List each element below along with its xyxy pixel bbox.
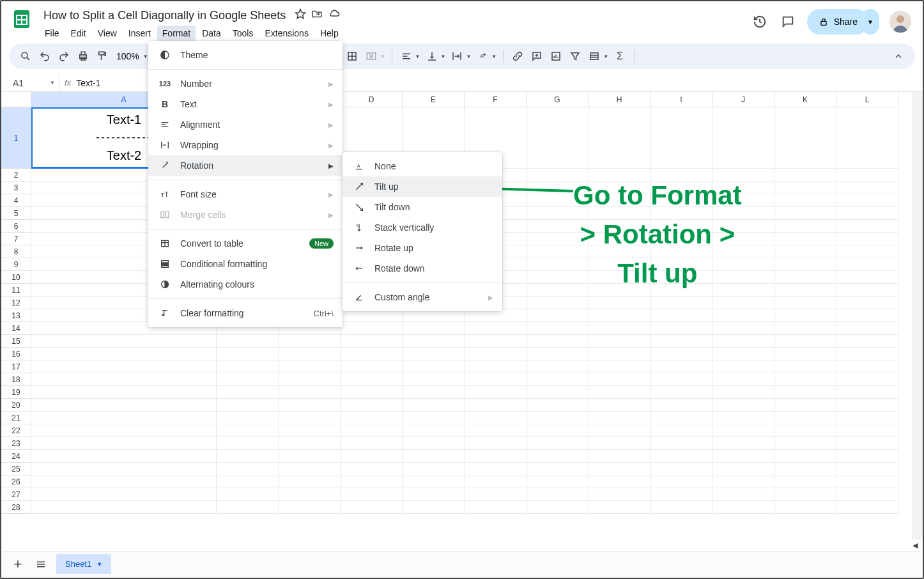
collapse-toolbar-icon[interactable] <box>891 47 906 65</box>
row-header[interactable]: 19 <box>1 386 31 399</box>
share-button[interactable]: Share <box>807 9 869 35</box>
borders-icon[interactable] <box>344 47 360 65</box>
menu-convert-table[interactable]: Convert to tableNew <box>148 233 343 254</box>
comment-icon[interactable] <box>529 47 544 65</box>
menu-clear-formatting[interactable]: Clear formattingCtrl+\ <box>148 303 343 323</box>
row-header[interactable]: 18 <box>1 373 31 386</box>
move-icon[interactable] <box>311 8 323 22</box>
row-header[interactable]: 25 <box>1 463 31 475</box>
column-header[interactable]: F <box>465 92 527 107</box>
print-icon[interactable] <box>75 47 91 65</box>
rotation-none[interactable]: ANone <box>343 156 502 176</box>
menu-text[interactable]: BText▶ <box>148 94 343 114</box>
rotation-custom[interactable]: Custom angle▶ <box>343 287 502 307</box>
row-header[interactable]: 15 <box>1 335 31 348</box>
select-all-corner[interactable] <box>1 92 31 107</box>
row-header[interactable]: 9 <box>1 258 31 271</box>
functions-icon[interactable]: Σ <box>612 47 628 65</box>
menu-insert[interactable]: Insert <box>123 26 156 41</box>
account-avatar[interactable] <box>889 11 911 33</box>
sheet-tab[interactable]: Sheet1▼ <box>56 554 111 574</box>
formula-input[interactable]: Text-1 <box>76 78 100 88</box>
add-sheet-icon[interactable]: + <box>10 555 26 573</box>
row-header[interactable]: 24 <box>1 450 31 463</box>
column-header[interactable]: H <box>589 92 651 107</box>
row-header[interactable]: 14 <box>1 322 31 335</box>
share-dropdown-icon[interactable]: ▼ <box>861 9 879 35</box>
column-header[interactable]: I <box>651 92 712 107</box>
document-title[interactable]: How to Split a Cell Diagonally in Google… <box>40 8 289 24</box>
column-header[interactable]: G <box>527 92 589 107</box>
zoom-level[interactable]: 100% <box>114 51 142 61</box>
menu-number[interactable]: 123Number▶ <box>148 73 343 94</box>
rotation-stack[interactable]: AStack vertically <box>343 217 502 238</box>
name-box[interactable]: A1▼ <box>9 77 59 89</box>
link-icon[interactable] <box>510 47 525 65</box>
row-header[interactable]: 11 <box>1 284 31 297</box>
menu-theme[interactable]: Theme <box>148 45 343 65</box>
row-header[interactable]: 20 <box>1 399 31 412</box>
column-header[interactable]: J <box>712 92 774 107</box>
row-header[interactable]: 16 <box>1 348 31 360</box>
rotation-rotate-up[interactable]: Rotate up <box>343 238 502 258</box>
menu-rotation[interactable]: Rotation▶ <box>148 155 343 176</box>
undo-icon[interactable] <box>37 47 52 65</box>
menu-conditional-format[interactable]: Conditional formatting <box>148 254 343 274</box>
column-header[interactable]: E <box>403 92 465 107</box>
rotation-tilt-down[interactable]: Tilt down <box>343 197 502 217</box>
row-header[interactable]: 28 <box>1 501 31 514</box>
menu-help[interactable]: Help <box>315 26 344 41</box>
menu-tools[interactable]: Tools <box>227 26 259 41</box>
vertical-align-icon[interactable] <box>424 47 440 65</box>
row-headers[interactable]: 1234567891011121314151617181920212223242… <box>1 107 31 539</box>
menu-alt-colours[interactable]: Alternating colours <box>148 274 343 295</box>
comments-icon[interactable] <box>779 13 797 31</box>
scroll-left-icon[interactable]: ◀ <box>912 541 918 550</box>
row-header[interactable]: 13 <box>1 309 31 322</box>
column-header[interactable]: L <box>836 92 898 107</box>
filter-icon[interactable] <box>567 47 583 65</box>
row-header[interactable]: 26 <box>1 475 31 488</box>
row-header[interactable]: 6 <box>1 220 31 233</box>
search-icon[interactable] <box>18 47 33 65</box>
row-header[interactable]: 4 <box>1 194 31 207</box>
menu-edit[interactable]: Edit <box>66 26 91 41</box>
menu-format[interactable]: Format <box>157 26 196 41</box>
menu-alignment[interactable]: Alignment▶ <box>148 114 343 135</box>
redo-icon[interactable] <box>56 47 72 65</box>
row-header[interactable]: 7 <box>1 233 31 245</box>
vertical-scrollbar[interactable] <box>912 92 923 539</box>
table-view-icon[interactable] <box>587 47 602 65</box>
paint-format-icon[interactable] <box>95 47 110 65</box>
row-header[interactable]: 17 <box>1 360 31 373</box>
row-header[interactable]: 27 <box>1 488 31 501</box>
row-header[interactable]: 12 <box>1 297 31 309</box>
menu-file[interactable]: File <box>40 26 65 41</box>
column-header[interactable]: D <box>341 92 403 107</box>
chart-icon[interactable] <box>548 47 564 65</box>
row-header[interactable]: 23 <box>1 437 31 450</box>
row-header[interactable]: 5 <box>1 207 31 220</box>
cloud-status-icon[interactable] <box>328 8 341 22</box>
menu-font-size[interactable]: тTFont size▶ <box>148 184 343 205</box>
row-header[interactable]: 2 <box>1 169 31 181</box>
sheets-logo[interactable] <box>9 6 35 32</box>
rotation-rotate-down[interactable]: Rotate down <box>343 258 502 279</box>
history-icon[interactable] <box>751 13 769 31</box>
menu-wrapping[interactable]: Wrapping▶ <box>148 135 343 155</box>
menu-data[interactable]: Data <box>197 26 226 41</box>
row-header[interactable]: 3 <box>1 181 31 194</box>
menu-extensions[interactable]: Extensions <box>259 26 313 41</box>
rotation-tilt-up[interactable]: Tilt up <box>343 176 502 197</box>
rotation-icon[interactable]: A <box>475 47 490 65</box>
row-header[interactable]: 8 <box>1 245 31 258</box>
row-header[interactable]: 1 <box>1 107 31 169</box>
all-sheets-icon[interactable] <box>33 555 49 573</box>
row-header[interactable]: 21 <box>1 412 31 424</box>
merge-cells-icon[interactable] <box>364 47 379 65</box>
wrap-icon[interactable] <box>449 47 465 65</box>
row-header[interactable]: 22 <box>1 424 31 437</box>
horizontal-align-icon[interactable] <box>399 47 414 65</box>
row-header[interactable]: 10 <box>1 271 31 284</box>
menu-view[interactable]: View <box>93 26 122 41</box>
